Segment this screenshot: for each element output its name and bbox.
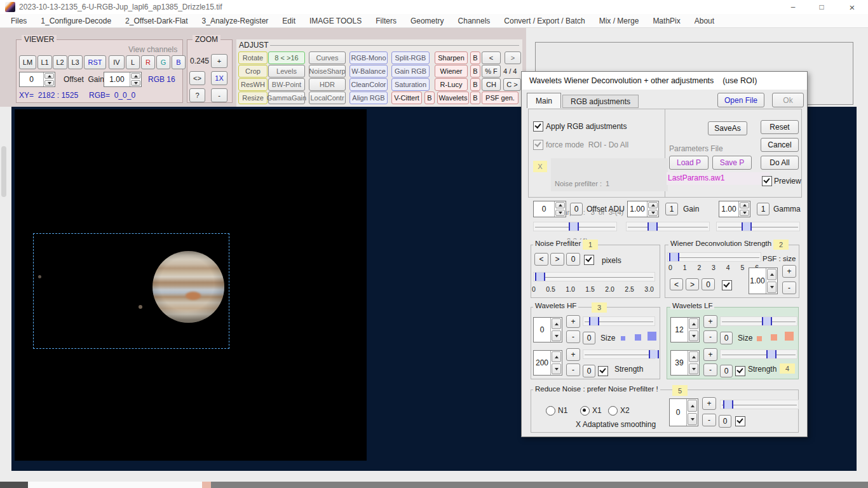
menu-about[interactable]: About [688,17,721,25]
adjust-sharpen-b-button[interactable]: B [470,51,480,64]
apply-rgb-checkbox[interactable] [533,121,543,132]
adjust-wiener-b-button[interactable]: B [470,65,480,78]
viewer-rst-button[interactable]: RST [84,55,106,69]
offset-adu-spinner[interactable]: 0 [533,201,566,217]
slider-thumb[interactable] [723,400,733,409]
spin-down-icon[interactable] [689,330,698,341]
adjust-ch-button[interactable]: CH [482,78,501,91]
offset-slider[interactable] [533,222,617,231]
hf-strength-slider[interactable] [583,349,655,359]
spin-up-icon[interactable] [555,202,565,208]
wiener-increase-button[interactable]: > [686,278,699,290]
wiener-checkbox[interactable] [722,280,732,290]
adjust-r-lucy-button[interactable]: R-Lucy [435,78,468,91]
hf-size-minus-button[interactable]: - [566,330,580,343]
roi-selection-rect[interactable] [33,233,229,349]
menu-convert-export-batch[interactable]: Convert / Export / Batch [497,17,592,25]
menu-image-tools[interactable]: IMAGE TOOLS [302,17,369,25]
wiener-zero-button[interactable]: 0 [702,278,715,290]
hf-size-spinner[interactable]: 0 [533,317,562,342]
lf-strength-zero-button[interactable]: 0 [720,365,733,377]
adjust-align-rgb-button[interactable]: Align RGB [349,92,388,104]
spin-down-icon[interactable] [767,281,776,293]
adjust-saturation-button[interactable]: Saturation [391,78,430,91]
adjust-gammagain-button[interactable]: GammaGain [268,92,305,104]
gamma-slider[interactable] [716,222,800,231]
gamma-spinner[interactable]: 1.00 [719,201,750,217]
hf-size-zero-button[interactable]: 0 [583,332,595,344]
spin-down-icon[interactable] [688,413,697,425]
tab-rgb-adjustments[interactable]: RGB adjustments [562,95,639,108]
ok-button[interactable]: Ok [772,93,804,107]
adjust-psf-gen-button[interactable]: PSF gen. [482,92,519,104]
hf-strength-checkbox[interactable] [598,366,608,376]
lf-size-slider[interactable] [720,316,797,326]
offset-reset-button[interactable]: 0 [570,203,583,215]
menu-mathpix[interactable]: MathPix [646,17,687,25]
adjust-noisesharp-button[interactable]: NoiseSharp [309,65,346,78]
reduce-minus-button[interactable]: - [702,414,716,426]
viewer-l3-button[interactable]: L3 [68,55,83,69]
reduce-zero-button[interactable]: 0 [719,415,731,428]
reduce-n1-radio[interactable] [546,406,555,416]
adjust-cleancolor-button[interactable]: CleanColor [349,78,388,91]
lf-size-plus-button[interactable]: + [703,315,717,328]
scrollbar-thumb[interactable] [28,482,203,488]
spin-down-icon[interactable] [689,363,698,374]
gamma-reset-button[interactable]: 1 [757,203,770,215]
slider-thumb[interactable] [762,317,772,325]
adjust-gain-rgb-button[interactable]: Gain RGB [391,65,430,78]
reduce-slider[interactable] [720,400,799,409]
spin-up-icon[interactable] [740,202,749,208]
minimize-icon[interactable]: – [783,1,803,13]
adjust-w-balance-button[interactable]: W-Balance [349,65,388,78]
adjust-sharpen-button[interactable]: Sharpen [435,51,468,64]
spin-down-icon[interactable] [740,210,749,216]
channel-b-button[interactable]: B [172,55,186,69]
adjust-localcontr-button[interactable]: LocalContr [309,92,346,104]
vertical-scrollbar[interactable] [1,146,6,197]
slider-thumb[interactable] [648,222,658,231]
adjust-crop-button[interactable]: Crop [238,65,268,78]
spin-up-icon[interactable] [131,73,140,79]
adjust-levels-button[interactable]: Levels [268,65,305,78]
spin-down-icon[interactable] [44,80,54,86]
spin-up-icon[interactable] [552,351,561,362]
adjust-wiener-button[interactable]: Wiener [435,65,468,78]
close-icon[interactable]: × [843,1,862,13]
lf-strength-plus-button[interactable]: + [703,348,717,361]
reset-button[interactable]: Reset [761,120,799,134]
hf-strength-minus-button[interactable]: - [566,363,580,376]
open-file-button[interactable]: Open File [717,93,764,107]
np-decrease-button[interactable]: < [534,253,548,266]
lf-size-zero-button[interactable]: 0 [720,332,733,344]
zoom-help-button[interactable]: ? [189,88,205,102]
psf-size-spinner[interactable]: 1.00 [749,268,778,294]
np-checkbox[interactable] [584,255,594,265]
menu-filters[interactable]: Filters [369,17,403,25]
adjust-rotate-button[interactable]: Rotate [238,51,268,64]
adjust-wavelets-button[interactable]: Wavelets [437,92,469,104]
viewer-offset-spinner[interactable]: 0 [19,72,55,87]
slider-thumb[interactable] [535,273,545,281]
psf-plus-button[interactable]: + [782,265,796,278]
load-p-button[interactable]: Load P [669,156,709,170]
channel-g-button[interactable]: G [156,55,170,69]
adjust-pctf-button[interactable]: % F [482,65,501,78]
spin-up-icon[interactable] [767,269,776,280]
zoom-1x-button[interactable]: 1X [211,71,227,85]
wiener-slider[interactable] [667,252,761,262]
force-mode-checkbox[interactable] [533,140,543,150]
spin-up-icon[interactable] [44,73,54,79]
lf-size-spinner[interactable]: 12 [670,317,700,342]
adjust-r-lucy-b-button[interactable]: B [470,78,480,91]
channel-r-button[interactable]: R [141,55,155,69]
adjust-bw-point-button[interactable]: BW-Point [268,78,305,91]
hf-strength-plus-button[interactable]: + [566,348,580,361]
cancel-button[interactable]: Cancel [761,138,799,152]
hf-strength-zero-button[interactable]: 0 [583,365,595,377]
np-increase-button[interactable]: > [550,253,564,266]
viewer-l1-button[interactable]: L1 [37,55,52,69]
spin-down-icon[interactable] [552,363,561,374]
gain-reset-button[interactable]: 1 [665,203,678,215]
